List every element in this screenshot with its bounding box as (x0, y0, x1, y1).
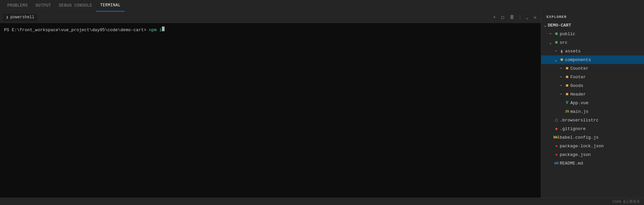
terminal-line-1: PS E:\front_workspace\vue_project\day05\… (4, 27, 537, 34)
folder-icon-counter: ■ (564, 66, 570, 71)
vue-icon-app: V (564, 101, 570, 105)
tree-item-main-js[interactable]: ➡ JS main.js (541, 107, 644, 116)
chevron-demo-cart: ⌄ (542, 23, 548, 28)
new-terminal-button[interactable]: + (491, 14, 497, 21)
tree-label-pkg: package.json (560, 152, 644, 157)
folder-icon-assets: ▮ (558, 48, 565, 54)
main-area: ❯ powershell + ◻ 🗑 | ⌄ ✕ (0, 12, 644, 198)
plus-icon: + (493, 15, 496, 20)
tree-label-babel: babel.config.js (560, 135, 644, 140)
tree-item-assets[interactable]: ➡ ▮ assets (541, 47, 644, 55)
git-icon: ◆ (553, 126, 560, 131)
terminal-tab-powershell[interactable]: ❯ powershell (3, 14, 37, 21)
chevron-header: ➡ (558, 92, 564, 96)
tree-item-babel[interactable]: ➡ bbl babel.config.js (541, 133, 644, 142)
tree-label-gitignore: .gitignore (560, 126, 644, 131)
tree-item-header[interactable]: ➡ ■ Header (541, 90, 644, 99)
kill-terminal-button[interactable]: 🗑 (508, 13, 516, 21)
close-panel-button[interactable]: ✕ (532, 14, 538, 21)
chevron-assets: ➡ (553, 49, 558, 53)
pkg-lock-icon: ■ (553, 144, 560, 148)
tree-item-readme[interactable]: ➡ md README.md (541, 159, 644, 168)
chevron-src: ⌄ (548, 40, 553, 45)
tree-item-counter[interactable]: ➡ ■ Counter (541, 64, 644, 73)
chevron-goods: ➡ (558, 84, 564, 88)
folder-icon-src: ■ (553, 40, 560, 45)
tab-debug-console[interactable]: DEBUG CONSOLE (55, 0, 96, 12)
tree-label-goods: Goods (570, 83, 644, 88)
footer-bar: CSDN @上善若水 (0, 198, 644, 205)
terminal-actions: + ◻ 🗑 | ⌄ ✕ (491, 13, 538, 22)
split-terminal-button[interactable]: ◻ (499, 13, 506, 22)
chevron-counter: ➡ (558, 66, 564, 70)
terminal-prompt: PS E:\front_workspace\vue_project\day05\… (4, 27, 146, 34)
tree-item-demo-cart[interactable]: ⌄ DEMO-CART (541, 21, 644, 30)
folder-icon-goods: ■ (564, 83, 570, 88)
folder-icon-footer: ■ (564, 74, 570, 80)
md-icon: md (553, 162, 560, 165)
tree-label-counter: Counter (570, 66, 644, 71)
tree-item-gitignore[interactable]: ➡ ◆ .gitignore (541, 124, 644, 133)
tree-item-components[interactable]: ⌄ ■ components (541, 55, 644, 64)
tree-item-app-vue[interactable]: ➡ V App.vue (541, 99, 644, 107)
explorer-tree: ⌄ DEMO-CART ➡ ■ public ⌄ ■ src ➡ ▮ (541, 21, 644, 198)
tree-label-src: src (560, 40, 644, 45)
folder-icon-public: ■ (553, 31, 560, 36)
explorer-panel: EXPLORER ⌄ DEMO-CART ➡ ■ public ⌄ ■ src (541, 12, 644, 198)
tab-problems[interactable]: PROBLEMS (3, 0, 32, 12)
tree-label-readme: README.md (560, 161, 644, 166)
trash-icon: 🗑 (510, 14, 515, 20)
tree-label-app-vue: App.vue (570, 101, 644, 105)
terminal-cursor (162, 27, 165, 31)
terminal-tab-bar: ❯ powershell + ◻ 🗑 | ⌄ ✕ (0, 12, 541, 23)
terminal-content[interactable]: PS E:\front_workspace\vue_project\day05\… (0, 23, 541, 198)
tree-label-header: Header (570, 92, 644, 97)
folder-icon-components: ■ (558, 57, 565, 62)
tree-item-pkg-lock[interactable]: ➡ ■ package-lock.json (541, 142, 644, 150)
chevron-components: ⌄ (553, 58, 558, 62)
terminal-tab-label: powershell (10, 15, 34, 20)
chevron-down-icon: ⌄ (526, 15, 528, 20)
tab-output[interactable]: OUTPUT (32, 0, 55, 12)
panel-tab-bar: PROBLEMS OUTPUT DEBUG CONSOLE TERMINAL (0, 0, 644, 12)
tree-label-components: components (565, 57, 644, 62)
split-icon: ◻ (501, 14, 504, 21)
attribution-text: CSDN @上善若水 (612, 199, 640, 204)
tab-terminal[interactable]: TERMINAL (96, 0, 125, 12)
chevron-down-button[interactable]: ⌄ (524, 14, 530, 21)
tree-label-main-js: main.js (570, 109, 644, 114)
tree-item-browserslistrc[interactable]: ➡ ◯ .browserslistrc (541, 116, 644, 124)
divider: | (518, 15, 522, 20)
js-icon-main: JS (564, 110, 570, 113)
tree-item-src[interactable]: ⌄ ■ src (541, 38, 644, 47)
tree-label-demo-cart: DEMO-CART (548, 23, 644, 28)
terminal-icon: ❯ (6, 15, 8, 20)
tree-item-goods[interactable]: ➡ ■ Goods (541, 81, 644, 90)
chevron-footer: ➡ (558, 75, 564, 79)
tree-item-footer[interactable]: ➡ ■ Footer (541, 73, 644, 81)
browserslist-icon: ◯ (553, 117, 560, 123)
tree-label-public: public (560, 32, 644, 36)
chevron-public: ➡ (548, 32, 553, 36)
explorer-header: EXPLORER (541, 12, 644, 21)
terminal-panel: ❯ powershell + ◻ 🗑 | ⌄ ✕ (0, 12, 541, 198)
tree-label-footer: Footer (570, 75, 644, 80)
babel-icon: bbl (553, 136, 560, 139)
tree-label-pkg-lock: package-lock.json (560, 144, 644, 149)
close-icon: ✕ (534, 15, 537, 20)
pkg-icon: ■ (553, 153, 560, 157)
tree-label-assets: assets (565, 49, 644, 54)
tree-item-pkg[interactable]: ➡ ■ package.json (541, 150, 644, 159)
tree-label-browserslistrc: .browserslistrc (560, 118, 644, 123)
folder-icon-header: ■ (564, 92, 570, 97)
terminal-command: npm i (146, 27, 162, 34)
tree-item-public[interactable]: ➡ ■ public (541, 30, 644, 38)
